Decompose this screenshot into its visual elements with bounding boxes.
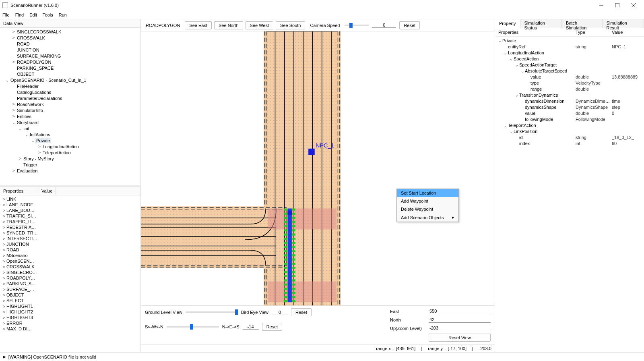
expand-icon[interactable]	[2, 282, 6, 286]
camera-speed-slider[interactable]	[345, 25, 369, 26]
expand-icon[interactable]: ▶	[3, 354, 6, 359]
tree-item[interactable]: ParameterDeclarations	[2, 95, 139, 101]
expand-icon[interactable]	[503, 123, 508, 127]
prop-item[interactable]: PEDESTRIA…	[2, 224, 139, 230]
tab-simulation-result[interactable]: Simulation Result	[603, 19, 644, 28]
expand-icon[interactable]	[2, 287, 6, 292]
rprop-row[interactable]: rangedouble	[495, 86, 644, 92]
see-east-button[interactable]: See East	[185, 21, 212, 29]
tree-item[interactable]: Trigger	[2, 162, 139, 168]
expand-icon[interactable]	[2, 231, 6, 235]
prop-item[interactable]: SYNCED_TR…	[2, 230, 139, 236]
compass-reset-button[interactable]: Reset	[262, 323, 283, 331]
props-col-properties[interactable]: Properties	[0, 187, 38, 195]
tree-item[interactable]: OpenSCENARIO - Scenario_Cut_In_1	[2, 77, 139, 83]
tree-item[interactable]: OBJECT	[2, 71, 139, 77]
expand-icon[interactable]	[497, 38, 502, 43]
rprop-row[interactable]: SpeedActionTarget	[495, 62, 644, 68]
tree-item[interactable]: Entities	[2, 113, 139, 119]
tree-item[interactable]: Evaluation	[2, 168, 139, 174]
tree-item[interactable]: LongitudinalAction	[2, 143, 139, 149]
tree-item[interactable]: SINGLECROSSWALK	[2, 29, 139, 35]
expand-icon[interactable]	[2, 270, 6, 275]
rprop-row[interactable]: LinkPosition	[495, 128, 644, 134]
rhdr-type[interactable]: Type	[576, 30, 612, 35]
expand-icon[interactable]	[509, 129, 514, 133]
rhdr-value[interactable]: Value	[612, 30, 644, 35]
tree-item[interactable]: TeleportAction	[2, 149, 139, 156]
expand-icon[interactable]	[18, 126, 23, 131]
expand-icon[interactable]	[2, 248, 6, 252]
expand-icon[interactable]	[37, 150, 42, 155]
rprop-row[interactable]: TeleportAction	[495, 122, 644, 128]
prop-item[interactable]: LANE_NODE	[2, 202, 139, 207]
expand-icon[interactable]	[11, 60, 16, 64]
menu-file[interactable]: File	[2, 12, 10, 17]
expand-icon[interactable]	[11, 120, 16, 124]
prop-item[interactable]: SINGLECRO…	[2, 270, 139, 275]
prop-item[interactable]: ERROR	[2, 320, 139, 326]
rprop-row[interactable]: TransitionDynamics	[495, 92, 644, 98]
expand-icon[interactable]	[31, 138, 35, 143]
expand-icon[interactable]	[2, 242, 6, 247]
prop-item[interactable]: LANE_BOU…	[2, 207, 139, 213]
tree-item[interactable]: FileHeader	[2, 83, 139, 89]
tree-item[interactable]: PARKING_SPACE	[2, 65, 139, 71]
compass-value[interactable]: -14	[243, 324, 259, 330]
east-input[interactable]	[429, 308, 491, 314]
prop-item[interactable]: JUNCTION	[2, 241, 139, 247]
tree-item[interactable]: Story - MyStory	[2, 156, 139, 162]
ctx-delete-waypoint[interactable]: Delete Waypoint	[397, 205, 458, 213]
tab-property[interactable]: Property	[495, 20, 520, 28]
rprop-row[interactable]: AbsoluteTargetSpeed	[495, 68, 644, 74]
rprop-row[interactable]: LongitudinalAction	[495, 50, 644, 56]
tree-item[interactable]: SURFACE_MARKING	[2, 53, 139, 59]
camera-speed-value[interactable]: 0	[372, 23, 396, 28]
rprop-row[interactable]: indexint60	[495, 140, 644, 146]
expand-icon[interactable]	[520, 68, 525, 73]
prop-item[interactable]: HIGHLIGHT2	[2, 309, 139, 315]
expand-icon[interactable]	[37, 144, 42, 149]
prop-item[interactable]: TRAFFIC_SI…	[2, 213, 139, 219]
expand-icon[interactable]	[2, 304, 6, 309]
prop-item[interactable]: ROAD	[2, 247, 139, 253]
expand-icon[interactable]	[2, 299, 6, 303]
rprop-row[interactable]: followingModeFollowingMode	[495, 116, 644, 122]
expand-icon[interactable]	[2, 214, 6, 218]
menu-tools[interactable]: Tools	[43, 12, 53, 17]
see-west-button[interactable]: See West	[246, 21, 274, 29]
prop-item[interactable]: MScenario	[2, 253, 139, 258]
ctx-add-scenario-objects[interactable]: Add Scenario Objects▸	[397, 213, 458, 222]
props-list[interactable]: LINKLANE_NODELANE_BOU…TRAFFIC_SI…TRAFFIC…	[0, 195, 140, 352]
ctx-set-start-location[interactable]: Set Start Location	[397, 189, 458, 197]
rprop-row[interactable]: typeVelocityType	[495, 80, 644, 86]
expand-icon[interactable]	[509, 56, 514, 61]
prop-item[interactable]: OpenSCEN…	[2, 258, 139, 264]
prop-item[interactable]: HIGHLIGHT3	[2, 315, 139, 320]
maximize-button[interactable]	[609, 0, 625, 10]
tree-item[interactable]: InitActions	[2, 131, 139, 137]
up-input[interactable]	[429, 325, 491, 331]
road-map-canvas[interactable]: NPC_1	[141, 31, 495, 305]
compass-slider[interactable]	[167, 326, 219, 328]
expand-icon[interactable]	[11, 114, 16, 118]
prop-item[interactable]: SELECT	[2, 298, 139, 303]
tree-item[interactable]: CatalogLocations	[2, 89, 139, 95]
expand-icon[interactable]	[514, 62, 519, 67]
north-input[interactable]	[429, 317, 491, 323]
rhdr-properties[interactable]: Properties	[495, 30, 576, 35]
rprop-row[interactable]: dynamicsShapeDynamicsShapestep	[495, 104, 644, 110]
close-button[interactable]	[625, 0, 642, 10]
prop-item[interactable]: INTERSECTI…	[2, 236, 139, 241]
tree-item[interactable]: JUNCTION	[2, 47, 139, 53]
see-south-button[interactable]: See South	[276, 21, 305, 29]
map-viewport[interactable]: NPC_1 Set Start LocationAdd WaypointDele…	[141, 31, 495, 305]
bird-reset-button[interactable]: Reset	[291, 308, 312, 316]
ctx-add-waypoint[interactable]: Add Waypoint	[397, 197, 458, 205]
menu-edit[interactable]: Edit	[29, 12, 37, 17]
tree-item[interactable]: Storyboard	[2, 119, 139, 125]
tree-item[interactable]: RoadNetwork	[2, 101, 139, 107]
view-mode-slider[interactable]	[186, 311, 238, 313]
menu-find[interactable]: Find	[15, 12, 24, 17]
expand-icon[interactable]	[11, 168, 16, 173]
